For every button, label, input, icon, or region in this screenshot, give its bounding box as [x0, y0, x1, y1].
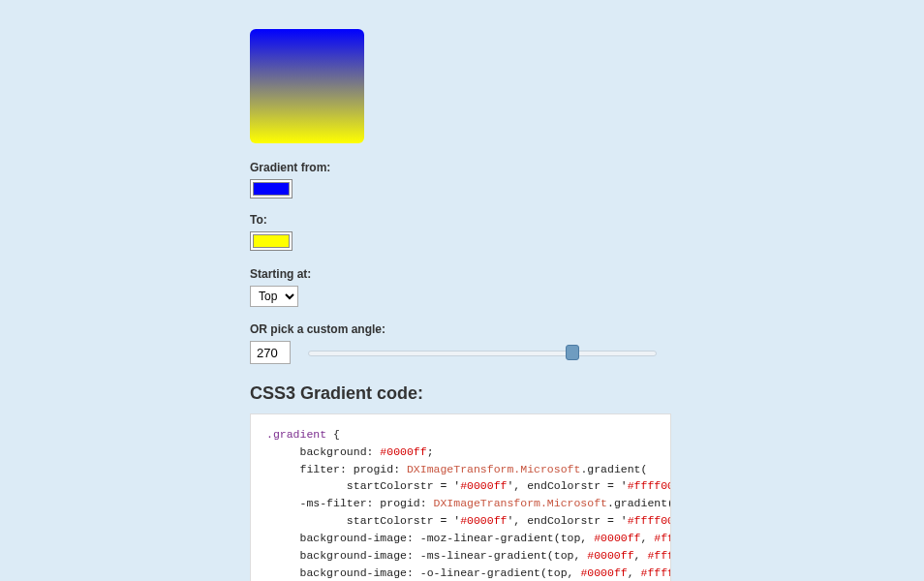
- slider-track: [308, 351, 657, 356]
- code-output[interactable]: .gradient { background: #0000ff; filter:…: [250, 413, 671, 581]
- gradient-from-label: Gradient from:: [250, 161, 909, 174]
- angle-slider[interactable]: [308, 347, 657, 358]
- angle-input[interactable]: [250, 341, 291, 364]
- custom-angle-label: OR pick a custom angle:: [250, 322, 909, 336]
- code-heading: CSS3 Gradient code:: [250, 383, 909, 404]
- slider-thumb[interactable]: [566, 345, 579, 360]
- gradient-from-swatch[interactable]: [250, 179, 293, 199]
- gradient-from-color: [253, 182, 290, 196]
- starting-at-select[interactable]: Top: [251, 287, 297, 306]
- gradient-to-color: [253, 234, 290, 248]
- starting-at-label: Starting at:: [250, 267, 909, 281]
- gradient-to-label: To:: [250, 213, 909, 227]
- gradient-preview: [250, 29, 364, 143]
- gradient-to-swatch[interactable]: [250, 231, 293, 251]
